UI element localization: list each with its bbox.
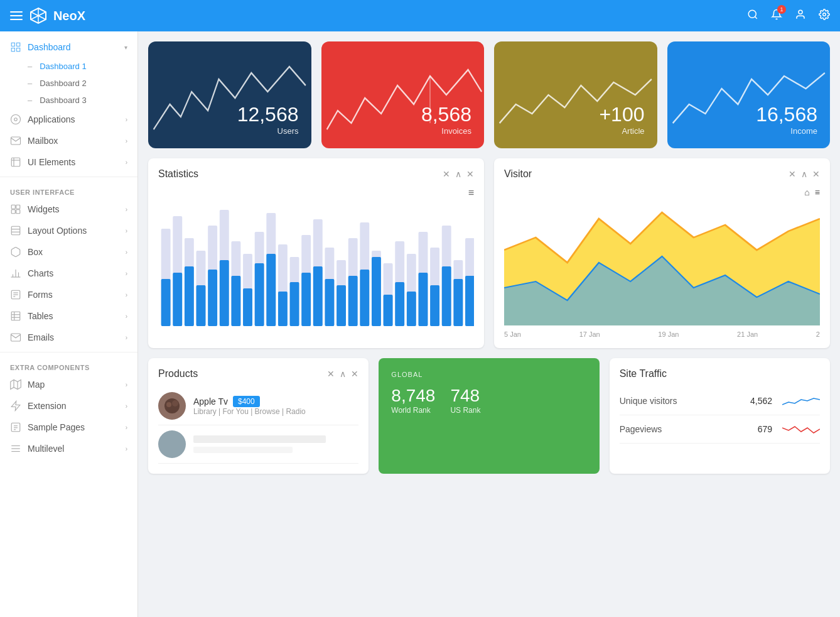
- dashboard3-label: Dashboard 3: [40, 96, 86, 105]
- svg-rect-95: [419, 273, 428, 326]
- product-avatar-appletv: [158, 392, 186, 420]
- svg-marker-35: [11, 380, 21, 390]
- products-collapse-btn[interactable]: ∧: [340, 369, 346, 379]
- visitor-panel-header: Visitor ✕ ∧ ✕: [504, 168, 820, 180]
- product-item-appletv: Apple Tv $400 Library | For You | Browse…: [158, 387, 358, 425]
- global-stats: 8,748 World Rank 748 US Rank: [391, 386, 586, 415]
- svg-point-104: [172, 400, 178, 407]
- sidebar-item-map[interactable]: Map ›: [0, 374, 137, 395]
- statistics-minimize-btn[interactable]: ✕: [466, 169, 474, 179]
- sidebar-item-tables[interactable]: Tables ›: [0, 305, 137, 327]
- products-close-btn[interactable]: ✕: [327, 369, 335, 379]
- sidebar-item-ui-elements[interactable]: UI Elements ›: [0, 151, 137, 173]
- multilevel-icon: [10, 443, 21, 454]
- svg-rect-19: [16, 210, 20, 214]
- sidebar-item-multilevel[interactable]: Multilevel ›: [0, 438, 137, 459]
- statistics-close-btn[interactable]: ✕: [443, 169, 450, 179]
- svg-rect-82: [348, 276, 358, 326]
- sidebar-item-forms[interactable]: Forms ›: [0, 284, 137, 305]
- extension-icon: [10, 400, 21, 412]
- svg-rect-79: [313, 266, 323, 326]
- global-world-rank-num: 8,748: [391, 386, 435, 406]
- svg-rect-70: [208, 270, 217, 326]
- sidebar-divider-2: [0, 352, 137, 352]
- svg-rect-17: [16, 205, 20, 209]
- layout-chevron: ›: [126, 227, 127, 234]
- multilevel-chevron: ›: [126, 445, 127, 452]
- sidebar-sub-dashboard2[interactable]: Dashboard 2: [0, 75, 137, 92]
- profile-icon[interactable]: [795, 9, 806, 23]
- logo: NeoX: [28, 6, 747, 26]
- products-minimize-btn[interactable]: ✕: [351, 369, 358, 379]
- applications-icon: [10, 114, 21, 125]
- forms-chevron: ›: [126, 292, 127, 298]
- global-us-rank-num: 748: [450, 386, 480, 406]
- visitor-label-2: 17 Jan: [579, 330, 600, 338]
- sidebar-divider-1: [0, 177, 137, 177]
- sidebar-item-dashboard[interactable]: Dashboard ▾: [0, 36, 137, 58]
- product-price-appletv: $400: [233, 396, 260, 407]
- widgets-chevron: ›: [126, 206, 127, 213]
- sidebar-item-applications[interactable]: Applications ›: [0, 109, 137, 130]
- sidebar-item-mailbox[interactable]: Mailbox ›: [0, 130, 137, 151]
- main-layout: Dashboard ▾ Dashboard 1 Dashboard 2 Dash…: [0, 31, 840, 617]
- ui-elements-chevron: ›: [126, 159, 127, 166]
- sidebar-item-box[interactable]: Box ›: [0, 241, 137, 263]
- sidebar-item-extension[interactable]: Extension ›: [0, 395, 137, 417]
- svg-rect-98: [453, 279, 463, 326]
- emails-label: Emails: [28, 332, 119, 342]
- sidebar-sub-dashboard3[interactable]: Dashboard 3: [0, 92, 137, 109]
- svg-point-7: [823, 13, 826, 16]
- map-label: Map: [28, 379, 119, 390]
- tables-chevron: ›: [126, 313, 127, 320]
- svg-rect-10: [11, 48, 14, 52]
- visitor-label-3: 19 Jan: [658, 330, 679, 338]
- visitor-collapse-btn[interactable]: ∧: [801, 169, 807, 179]
- logo-text: NeoX: [53, 9, 85, 23]
- svg-rect-78: [301, 273, 311, 326]
- visitor-title: Visitor: [504, 168, 789, 180]
- sparkline-unique: [782, 393, 820, 408]
- statistics-panel: Statistics ✕ ∧ ✕ ≡: [148, 158, 484, 348]
- box-icon: [10, 246, 21, 258]
- sidebar-item-charts[interactable]: Charts ›: [0, 263, 137, 284]
- sidebar-item-emails[interactable]: Emails ›: [0, 327, 137, 348]
- emails-icon: [10, 332, 21, 343]
- statistics-menu-icon: ≡: [468, 187, 474, 199]
- settings-icon[interactable]: [819, 9, 830, 23]
- svg-rect-75: [266, 254, 276, 326]
- hamburger-menu[interactable]: [10, 11, 23, 20]
- tables-icon: [10, 310, 21, 322]
- global-panel: GLOBAL 8,748 World Rank 748 US Rank: [379, 358, 599, 474]
- visitor-panel: Visitor ✕ ∧ ✕ ⌂ ≡: [494, 158, 830, 348]
- extension-chevron: ›: [126, 403, 127, 410]
- layout-label: Layout Options: [28, 226, 119, 236]
- visitor-label-5: 2: [816, 330, 820, 338]
- sidebar-item-sample-pages[interactable]: Sample Pages ›: [0, 417, 137, 438]
- site-traffic-title: Site Traffic: [620, 368, 820, 379]
- svg-line-5: [755, 16, 757, 18]
- sidebar-item-layout[interactable]: Layout Options ›: [0, 220, 137, 241]
- sidebar-sub-dashboard1[interactable]: Dashboard 1: [0, 58, 137, 75]
- svg-rect-18: [11, 210, 15, 214]
- svg-rect-67: [173, 273, 182, 326]
- notifications-icon[interactable]: 1: [771, 9, 782, 23]
- header-actions: 1: [747, 9, 830, 23]
- search-icon[interactable]: [747, 9, 758, 23]
- visitor-close-btn[interactable]: ✕: [789, 169, 796, 179]
- svg-rect-66: [161, 279, 171, 326]
- statistics-controls: ✕ ∧ ✕: [443, 169, 474, 179]
- statistics-bar-chart: [158, 204, 474, 329]
- sidebar-item-widgets[interactable]: Widgets ›: [0, 199, 137, 220]
- widgets-icon: [10, 204, 21, 215]
- charts-icon: [10, 268, 21, 279]
- stat-card-users: 12,568 Users: [148, 41, 311, 148]
- svg-rect-31: [11, 312, 20, 320]
- traffic-item-unique: Unique visitors 4,562: [620, 387, 820, 415]
- statistics-collapse-btn[interactable]: ∧: [455, 169, 461, 179]
- product-name-2: [193, 435, 326, 443]
- statistics-panel-header: Statistics ✕ ∧ ✕: [158, 168, 474, 180]
- visitor-minimize-btn[interactable]: ✕: [812, 169, 820, 179]
- box-label: Box: [28, 247, 119, 257]
- dashboard1-label: Dashboard 1: [40, 62, 86, 71]
